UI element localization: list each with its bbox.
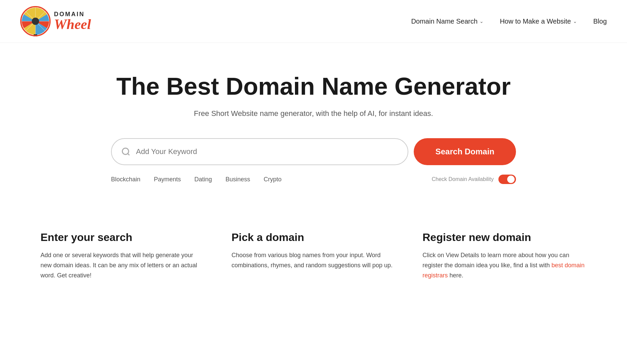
nav-domain-name-search-label: Domain Name Search	[411, 18, 478, 25]
keyword-tags: Blockchain Payments Dating Business Cryp…	[111, 176, 281, 183]
logo[interactable]: DOMAIN Wheel	[20, 6, 91, 36]
chevron-down-icon: ⌄	[480, 19, 484, 24]
search-input-wrap[interactable]	[111, 138, 408, 165]
feature-enter-search-desc: Add one or several keywords that will he…	[40, 250, 205, 280]
chevron-down-icon: ⌄	[573, 19, 577, 24]
register-desc-prefix: Click on View Details to learn more abou…	[422, 252, 569, 269]
feature-register-domain-title: Register new domain	[422, 231, 587, 244]
main-nav: Domain Name Search ⌄ How to Make a Websi…	[411, 18, 607, 25]
availability-toggle[interactable]	[498, 175, 516, 184]
logo-text: DOMAIN Wheel	[54, 11, 91, 31]
feature-pick-domain-title: Pick a domain	[231, 231, 396, 244]
tag-dating[interactable]: Dating	[194, 176, 212, 183]
feature-enter-search: Enter your search Add one or several key…	[40, 231, 205, 280]
tags-toggle-row: Blockchain Payments Dating Business Cryp…	[111, 175, 516, 184]
features-section: Enter your search Add one or several key…	[0, 204, 627, 301]
feature-enter-search-title: Enter your search	[40, 231, 205, 244]
nav-how-to-make-website-label: How to Make a Website	[500, 18, 571, 25]
tag-crypto[interactable]: Crypto	[264, 176, 281, 183]
feature-pick-domain: Pick a domain Choose from various blog n…	[231, 231, 396, 280]
feature-pick-domain-desc: Choose from various blog names from your…	[231, 250, 396, 270]
tag-business[interactable]: Business	[225, 176, 250, 183]
availability-row: Check Domain Availability	[432, 175, 516, 184]
search-input[interactable]	[136, 147, 398, 156]
logo-wheel-icon	[20, 6, 51, 36]
logo-wheel-text: Wheel	[54, 17, 91, 31]
availability-label: Check Domain Availability	[432, 176, 494, 182]
tag-blockchain[interactable]: Blockchain	[111, 176, 140, 183]
site-header: DOMAIN Wheel Domain Name Search ⌄ How to…	[0, 0, 627, 43]
nav-blog-label: Blog	[593, 18, 607, 25]
hero-section: The Best Domain Name Generator Free Shor…	[0, 43, 627, 204]
search-icon	[121, 147, 131, 156]
hero-title: The Best Domain Name Generator	[20, 73, 607, 100]
feature-register-domain: Register new domain Click on View Detail…	[422, 231, 587, 280]
search-domain-button[interactable]: Search Domain	[414, 138, 516, 165]
search-container: Search Domain	[111, 138, 516, 165]
feature-register-domain-desc: Click on View Details to learn more abou…	[422, 250, 587, 280]
tag-payments[interactable]: Payments	[154, 176, 181, 183]
nav-how-to-make-website[interactable]: How to Make a Website ⌄	[500, 18, 577, 25]
svg-point-12	[122, 148, 129, 155]
hero-subtitle: Free Short Website name generator, with …	[20, 109, 607, 118]
svg-line-13	[128, 154, 129, 155]
register-desc-suffix: here.	[448, 272, 463, 279]
nav-blog[interactable]: Blog	[593, 18, 607, 25]
nav-domain-name-search[interactable]: Domain Name Search ⌄	[411, 18, 484, 25]
